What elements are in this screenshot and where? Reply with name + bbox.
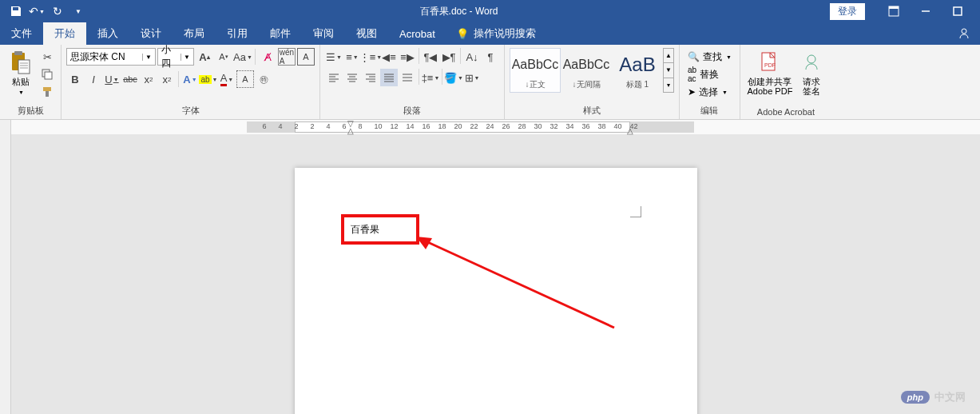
search-icon: 🔍: [688, 51, 700, 62]
ruler-tick: 20: [454, 122, 462, 130]
shrink-font-icon[interactable]: A▾: [215, 48, 232, 66]
pdf-icon: PDF: [757, 50, 783, 75]
superscript-icon[interactable]: x2: [158, 70, 176, 88]
style-scroll-up-icon[interactable]: ▲: [664, 49, 673, 63]
justify-icon[interactable]: [380, 69, 398, 86]
strikethrough-icon[interactable]: abc: [121, 70, 139, 88]
style-normal[interactable]: AaBbCc ↓正文: [510, 48, 561, 93]
copy-icon[interactable]: [38, 66, 56, 83]
increase-indent-icon[interactable]: ≡▶: [399, 48, 416, 66]
decrease-indent-icon[interactable]: ◀≡: [380, 48, 398, 66]
ruler-tick: 36: [582, 122, 590, 130]
subscript-icon[interactable]: x2: [140, 70, 157, 88]
align-left-icon[interactable]: [325, 69, 343, 86]
style-name: 标题 1: [626, 79, 649, 90]
workspace: ▽ △ △ 6422468101214161820222426283032343…: [0, 120, 980, 414]
underline-icon[interactable]: U▼: [103, 70, 121, 88]
clear-format-icon[interactable]: A̸: [259, 48, 276, 66]
request-sign-button[interactable]: 请求签名: [796, 48, 827, 98]
redo-icon[interactable]: ↻: [48, 2, 67, 21]
tab-design[interactable]: 设计: [129, 22, 173, 45]
svg-rect-7: [18, 60, 30, 74]
borders-icon[interactable]: ⊞▼: [463, 69, 481, 86]
select-button[interactable]: ➤ 选择 ▼: [684, 83, 731, 101]
svg-point-4: [962, 29, 966, 34]
replace-button[interactable]: abac 替换: [684, 66, 722, 83]
undo-icon[interactable]: ↶▼: [27, 2, 46, 21]
align-center-icon[interactable]: [343, 69, 361, 86]
style-expand-icon[interactable]: ▾: [664, 78, 673, 92]
font-title: 字体: [66, 103, 315, 119]
ruler-tick: 4: [327, 122, 331, 130]
maximize-icon[interactable]: [942, 0, 974, 22]
cut-icon[interactable]: ✂: [38, 48, 56, 66]
ruler-tick: 6: [343, 122, 347, 130]
shading-icon[interactable]: 🪣▼: [445, 69, 462, 86]
italic-icon[interactable]: I: [85, 70, 102, 88]
tab-insert[interactable]: 插入: [86, 22, 129, 45]
svg-rect-12: [45, 72, 52, 79]
character-shading-icon[interactable]: A: [236, 70, 254, 88]
text-effects-icon[interactable]: A▼: [181, 70, 199, 88]
show-marks-icon[interactable]: ¶: [482, 48, 499, 66]
qat-customize-icon[interactable]: ▼: [69, 2, 88, 21]
highlight-icon[interactable]: ab▼: [200, 70, 217, 88]
character-border-icon[interactable]: A: [297, 48, 315, 66]
tell-me-search[interactable]: 💡 操作说明搜索: [446, 22, 536, 45]
paragraph-title: 段落: [325, 103, 499, 119]
replace-label: 替换: [700, 68, 719, 82]
tab-review[interactable]: 审阅: [302, 22, 345, 45]
horizontal-ruler[interactable]: ▽ △ △ 6422468101214161820222426283032343…: [11, 120, 980, 134]
align-right-icon[interactable]: [362, 69, 379, 86]
format-painter-icon[interactable]: [38, 83, 56, 101]
bold-icon[interactable]: B: [66, 70, 84, 88]
tab-references[interactable]: 引用: [216, 22, 259, 45]
minimize-icon[interactable]: [910, 0, 942, 22]
enclose-char-icon[interactable]: ㊕: [255, 70, 272, 88]
font-color-icon[interactable]: A▼: [218, 70, 236, 88]
tab-acrobat[interactable]: Acrobat: [388, 22, 446, 45]
document-text[interactable]: 百香果: [351, 223, 379, 237]
numbering-icon[interactable]: ≡▼: [343, 48, 361, 66]
grow-font-icon[interactable]: A▴: [196, 48, 213, 66]
style-no-spacing[interactable]: AaBbCc ↓无间隔: [561, 48, 612, 93]
rtl-icon[interactable]: ▶¶: [440, 48, 458, 66]
document-area: ▽ △ △ 6422468101214161820222426283032343…: [11, 120, 980, 414]
ltr-icon[interactable]: ¶◀: [422, 48, 439, 66]
style-scroll-down-icon[interactable]: ▼: [664, 63, 673, 78]
bullets-icon[interactable]: ☰▼: [325, 48, 343, 66]
group-styles: AaBbCc ↓正文 AaBbCc ↓无间隔 AaB 标题 1 ▲ ▼ ▾ 样式: [505, 45, 680, 119]
ruler-tick: 42: [630, 122, 638, 130]
ruler-tick: 16: [423, 122, 430, 130]
style-heading1[interactable]: AaB 标题 1: [612, 48, 663, 93]
svg-text:PDF: PDF: [764, 62, 776, 68]
page[interactable]: 百香果: [295, 168, 697, 414]
line-spacing-icon[interactable]: ‡≡▼: [422, 69, 439, 86]
tab-layout[interactable]: 布局: [173, 22, 216, 45]
font-name-combo[interactable]: 思源宋体 CN ▼: [66, 48, 156, 66]
share-icon[interactable]: [958, 22, 980, 45]
page-background[interactable]: 百香果: [11, 134, 980, 414]
style-scroll: ▲ ▼ ▾: [663, 48, 674, 93]
ribbon-tabs: 文件 开始 插入 设计 布局 引用 邮件 审阅 视图 Acrobat 💡 操作说…: [0, 22, 980, 45]
change-case-icon[interactable]: Aa▼: [234, 48, 252, 66]
cursor-icon: ➤: [688, 86, 696, 98]
signature-icon: [799, 50, 824, 75]
ribbon-display-icon[interactable]: [878, 0, 910, 22]
multilevel-list-icon[interactable]: ⋮≡▼: [362, 48, 379, 66]
tab-home[interactable]: 开始: [43, 22, 86, 45]
tab-view[interactable]: 视图: [345, 22, 388, 45]
paste-button[interactable]: 粘贴▼: [5, 48, 37, 99]
find-button[interactable]: 🔍 查找 ▼: [684, 48, 735, 66]
create-pdf-button[interactable]: PDF 创建并共享Adobe PDF: [745, 48, 795, 98]
login-button[interactable]: 登录: [830, 3, 865, 20]
font-size-combo[interactable]: 小四 ▼: [157, 48, 194, 66]
save-icon[interactable]: [6, 2, 26, 21]
sort-icon[interactable]: A↓: [463, 48, 481, 66]
select-label: 选择: [699, 86, 718, 99]
tab-file[interactable]: 文件: [0, 22, 43, 45]
distribute-icon[interactable]: [399, 69, 416, 86]
tab-mailings[interactable]: 邮件: [259, 22, 302, 45]
phonetic-guide-icon[interactable]: wénA: [278, 48, 296, 66]
ruler-tick: 38: [598, 122, 606, 130]
